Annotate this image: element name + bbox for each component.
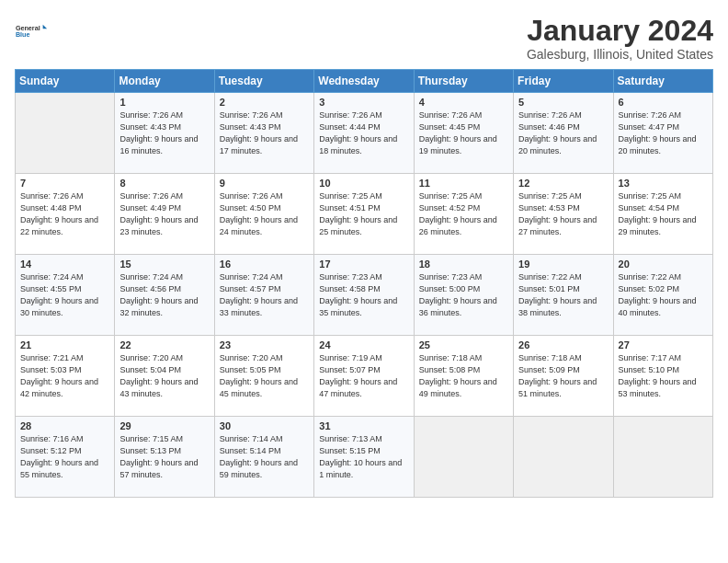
day-number: 30 — [220, 420, 309, 431]
day-number: 1 — [119, 97, 209, 108]
calendar-cell: 30 Sunrise: 7:14 AM Sunset: 5:14 PM Dayl… — [214, 417, 313, 498]
day-info: Sunrise: 7:20 AM Sunset: 5:05 PM Dayligh… — [220, 352, 309, 400]
dow-header: Sunday — [16, 70, 115, 93]
day-number: 26 — [518, 339, 608, 350]
day-info: Sunrise: 7:26 AM Sunset: 4:43 PM Dayligh… — [119, 109, 209, 157]
day-number: 5 — [518, 97, 608, 108]
calendar-cell — [16, 93, 115, 174]
calendar-cell: 5 Sunrise: 7:26 AM Sunset: 4:46 PM Dayli… — [514, 93, 613, 174]
day-number: 18 — [419, 259, 508, 270]
day-info: Sunrise: 7:25 AM Sunset: 4:54 PM Dayligh… — [619, 190, 708, 238]
calendar-cell: 10 Sunrise: 7:25 AM Sunset: 4:51 PM Dayl… — [314, 174, 414, 255]
calendar-cell: 1 Sunrise: 7:26 AM Sunset: 4:43 PM Dayli… — [115, 93, 214, 174]
calendar-cell: 18 Sunrise: 7:23 AM Sunset: 5:00 PM Dayl… — [414, 255, 513, 336]
calendar-cell: 4 Sunrise: 7:26 AM Sunset: 4:45 PM Dayli… — [414, 93, 513, 174]
calendar-cell — [414, 417, 513, 498]
day-number: 24 — [319, 339, 408, 350]
day-number: 21 — [20, 339, 109, 350]
dow-header: Monday — [115, 70, 214, 93]
day-info: Sunrise: 7:25 AM Sunset: 4:52 PM Dayligh… — [419, 190, 508, 238]
dow-header: Wednesday — [314, 70, 414, 93]
dow-header: Tuesday — [214, 70, 313, 93]
day-number: 27 — [619, 339, 708, 350]
day-info: Sunrise: 7:18 AM Sunset: 5:08 PM Dayligh… — [419, 352, 508, 400]
day-number: 16 — [220, 259, 309, 270]
calendar-cell: 2 Sunrise: 7:26 AM Sunset: 4:43 PM Dayli… — [214, 93, 313, 174]
day-info: Sunrise: 7:21 AM Sunset: 5:03 PM Dayligh… — [20, 352, 109, 400]
day-number: 20 — [619, 259, 708, 270]
calendar-cell: 14 Sunrise: 7:24 AM Sunset: 4:55 PM Dayl… — [16, 255, 115, 336]
day-info: Sunrise: 7:13 AM Sunset: 5:15 PM Dayligh… — [319, 433, 408, 481]
day-number: 3 — [319, 97, 408, 108]
day-number: 7 — [20, 178, 109, 189]
day-info: Sunrise: 7:15 AM Sunset: 5:13 PM Dayligh… — [119, 433, 209, 481]
day-info: Sunrise: 7:24 AM Sunset: 4:57 PM Dayligh… — [220, 271, 309, 319]
day-number: 19 — [518, 259, 608, 270]
day-number: 17 — [319, 259, 408, 270]
calendar-cell: 25 Sunrise: 7:18 AM Sunset: 5:08 PM Dayl… — [414, 336, 513, 417]
header: General Blue January 2024 Galesburg, Ill… — [15, 15, 713, 62]
day-number: 15 — [119, 259, 209, 270]
day-number: 12 — [518, 178, 608, 189]
calendar-cell: 11 Sunrise: 7:25 AM Sunset: 4:52 PM Dayl… — [414, 174, 513, 255]
day-number: 23 — [220, 339, 309, 350]
calendar-cell: 17 Sunrise: 7:23 AM Sunset: 4:58 PM Dayl… — [314, 255, 414, 336]
day-number: 28 — [20, 420, 109, 431]
dow-header: Saturday — [613, 70, 712, 93]
day-info: Sunrise: 7:24 AM Sunset: 4:56 PM Dayligh… — [119, 271, 209, 319]
calendar-cell: 13 Sunrise: 7:25 AM Sunset: 4:54 PM Dayl… — [613, 174, 712, 255]
logo: General Blue — [15, 15, 48, 48]
day-info: Sunrise: 7:22 AM Sunset: 5:02 PM Dayligh… — [619, 271, 708, 319]
day-info: Sunrise: 7:19 AM Sunset: 5:07 PM Dayligh… — [319, 352, 408, 400]
day-info: Sunrise: 7:23 AM Sunset: 5:00 PM Dayligh… — [419, 271, 508, 319]
day-info: Sunrise: 7:26 AM Sunset: 4:47 PM Dayligh… — [619, 109, 708, 157]
day-info: Sunrise: 7:26 AM Sunset: 4:48 PM Dayligh… — [20, 190, 109, 238]
day-number: 10 — [319, 178, 408, 189]
day-info: Sunrise: 7:16 AM Sunset: 5:12 PM Dayligh… — [20, 433, 109, 481]
calendar-cell: 8 Sunrise: 7:26 AM Sunset: 4:49 PM Dayli… — [115, 174, 214, 255]
day-number: 6 — [619, 97, 708, 108]
day-number: 31 — [319, 420, 408, 431]
calendar-cell: 12 Sunrise: 7:25 AM Sunset: 4:53 PM Dayl… — [514, 174, 613, 255]
page: General Blue January 2024 Galesburg, Ill… — [0, 0, 728, 563]
calendar-cell: 29 Sunrise: 7:15 AM Sunset: 5:13 PM Dayl… — [115, 417, 214, 498]
calendar-cell: 9 Sunrise: 7:26 AM Sunset: 4:50 PM Dayli… — [214, 174, 313, 255]
day-number: 13 — [619, 178, 708, 189]
calendar-cell — [613, 417, 712, 498]
calendar-title: January 2024 — [527, 15, 713, 47]
day-number: 11 — [419, 178, 508, 189]
day-info: Sunrise: 7:26 AM Sunset: 4:45 PM Dayligh… — [419, 109, 508, 157]
calendar-cell: 24 Sunrise: 7:19 AM Sunset: 5:07 PM Dayl… — [314, 336, 414, 417]
day-info: Sunrise: 7:26 AM Sunset: 4:44 PM Dayligh… — [319, 109, 408, 157]
calendar-cell: 6 Sunrise: 7:26 AM Sunset: 4:47 PM Dayli… — [613, 93, 712, 174]
calendar-cell: 20 Sunrise: 7:22 AM Sunset: 5:02 PM Dayl… — [613, 255, 712, 336]
day-info: Sunrise: 7:20 AM Sunset: 5:04 PM Dayligh… — [119, 352, 209, 400]
calendar-cell: 22 Sunrise: 7:20 AM Sunset: 5:04 PM Dayl… — [115, 336, 214, 417]
day-info: Sunrise: 7:26 AM Sunset: 4:49 PM Dayligh… — [119, 190, 209, 238]
day-info: Sunrise: 7:23 AM Sunset: 4:58 PM Dayligh… — [319, 271, 408, 319]
calendar-subtitle: Galesburg, Illinois, United States — [527, 47, 713, 62]
logo-svg: General Blue — [15, 15, 48, 48]
dow-header: Thursday — [414, 70, 513, 93]
calendar-cell: 7 Sunrise: 7:26 AM Sunset: 4:48 PM Dayli… — [16, 174, 115, 255]
day-info: Sunrise: 7:24 AM Sunset: 4:55 PM Dayligh… — [20, 271, 109, 319]
dow-header: Friday — [514, 70, 613, 93]
calendar-cell: 3 Sunrise: 7:26 AM Sunset: 4:44 PM Dayli… — [314, 93, 414, 174]
calendar-cell: 23 Sunrise: 7:20 AM Sunset: 5:05 PM Dayl… — [214, 336, 313, 417]
day-number: 8 — [119, 178, 209, 189]
day-info: Sunrise: 7:14 AM Sunset: 5:14 PM Dayligh… — [220, 433, 309, 481]
title-block: January 2024 Galesburg, Illinois, United… — [527, 15, 713, 62]
day-number: 14 — [20, 259, 109, 270]
day-info: Sunrise: 7:22 AM Sunset: 5:01 PM Dayligh… — [518, 271, 608, 319]
day-info: Sunrise: 7:25 AM Sunset: 4:51 PM Dayligh… — [319, 190, 408, 238]
calendar-cell: 28 Sunrise: 7:16 AM Sunset: 5:12 PM Dayl… — [16, 417, 115, 498]
calendar-cell — [514, 417, 613, 498]
day-number: 25 — [419, 339, 508, 350]
day-info: Sunrise: 7:26 AM Sunset: 4:50 PM Dayligh… — [220, 190, 309, 238]
calendar-cell: 26 Sunrise: 7:18 AM Sunset: 5:09 PM Dayl… — [514, 336, 613, 417]
calendar-cell: 16 Sunrise: 7:24 AM Sunset: 4:57 PM Dayl… — [214, 255, 313, 336]
calendar-cell: 15 Sunrise: 7:24 AM Sunset: 4:56 PM Dayl… — [115, 255, 214, 336]
day-info: Sunrise: 7:25 AM Sunset: 4:53 PM Dayligh… — [518, 190, 608, 238]
day-info: Sunrise: 7:17 AM Sunset: 5:10 PM Dayligh… — [619, 352, 708, 400]
svg-marker-2 — [43, 25, 48, 29]
